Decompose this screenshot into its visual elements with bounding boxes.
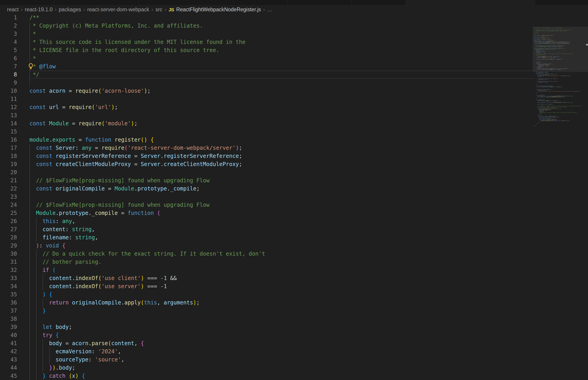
line-number[interactable]: 4 bbox=[0, 38, 17, 46]
code-line[interactable]: 29 ): void { bbox=[0, 242, 588, 250]
line-number[interactable]: 30 bbox=[0, 250, 17, 258]
minimap[interactable]: /** * Copyright (c) Meta Platforms, Inc.… bbox=[533, 27, 588, 167]
code-line[interactable]: 14const Module = require('module'); bbox=[0, 119, 588, 128]
line-number[interactable]: 16 bbox=[0, 136, 17, 144]
code-line[interactable]: 27 content: string, bbox=[0, 225, 588, 233]
line-number[interactable]: 15 bbox=[0, 128, 17, 136]
code-line[interactable]: 43 sourceType: 'source', bbox=[0, 356, 588, 364]
code-line[interactable]: 37 } bbox=[0, 307, 588, 315]
line-number[interactable]: 33 bbox=[0, 274, 17, 282]
line-number[interactable]: 39 bbox=[0, 323, 17, 331]
active-tab[interactable] bbox=[406, 0, 535, 6]
code-line[interactable]: 41 body = acorn.parse(content, { bbox=[0, 339, 588, 347]
code-line[interactable]: 13 bbox=[0, 111, 588, 119]
code-line[interactable]: 12const url = require('url'); bbox=[0, 103, 588, 111]
line-number[interactable]: 42 bbox=[0, 347, 17, 356]
line-number[interactable]: 25 bbox=[0, 209, 17, 217]
code-line[interactable]: 36 return originalCompile.apply(this, ar… bbox=[0, 299, 588, 307]
code-line[interactable]: 1/** bbox=[0, 14, 588, 22]
breadcrumb-item-react-19.1.0[interactable]: react-19.1.0 bbox=[25, 7, 53, 13]
code-line[interactable]: 10const acorn = require('acorn-loose'); bbox=[0, 87, 588, 95]
line-number[interactable]: 26 bbox=[0, 217, 17, 225]
code-line[interactable]: 34 content.indexOf('use server') === -1 bbox=[0, 282, 588, 290]
code-line[interactable]: 11 bbox=[0, 95, 588, 103]
code-line[interactable]: 16module.exports = function register() { bbox=[0, 136, 588, 144]
code-line[interactable]: 39 let body; bbox=[0, 323, 588, 331]
breadcrumb-overflow[interactable]: … bbox=[267, 7, 272, 13]
code-line[interactable]: 8 */ bbox=[0, 71, 588, 79]
line-number[interactable]: 22 bbox=[0, 185, 17, 193]
line-number[interactable]: 18 bbox=[0, 152, 17, 160]
line-number[interactable]: 38 bbox=[0, 315, 17, 323]
line-number[interactable]: 32 bbox=[0, 266, 17, 274]
line-number[interactable]: 44 bbox=[0, 364, 17, 372]
line-number[interactable]: 34 bbox=[0, 282, 17, 290]
line-number[interactable]: 17 bbox=[0, 144, 17, 152]
code-line[interactable]: 32 if ( bbox=[0, 266, 588, 274]
line-number[interactable]: 21 bbox=[0, 176, 17, 185]
line-number[interactable]: 8 bbox=[0, 71, 17, 79]
code-line[interactable]: 25 Module.prototype._compile = function … bbox=[0, 209, 588, 217]
line-number[interactable]: 40 bbox=[0, 331, 17, 339]
line-number[interactable]: 9 bbox=[0, 79, 17, 87]
line-number[interactable]: 20 bbox=[0, 168, 17, 176]
code-line[interactable]: 22 const originalCompile = Module.protot… bbox=[0, 185, 588, 193]
line-number[interactable]: 5 bbox=[0, 46, 17, 54]
code-line[interactable]: 6 * bbox=[0, 54, 588, 62]
line-number[interactable]: 1 bbox=[0, 14, 17, 22]
line-number[interactable]: 23 bbox=[0, 193, 17, 201]
code-line[interactable]: 5 * LICENSE file in the root directory o… bbox=[0, 46, 588, 54]
line-number[interactable]: 37 bbox=[0, 307, 17, 315]
code-line[interactable]: 28 filename: string, bbox=[0, 233, 588, 242]
minimap-slider[interactable] bbox=[533, 27, 588, 72]
code-line[interactable]: 40 try { bbox=[0, 331, 588, 339]
code-line[interactable]: 17 const Server: any = require('react-se… bbox=[0, 144, 588, 152]
code-line[interactable]: 38 bbox=[0, 315, 588, 323]
line-number[interactable]: 11 bbox=[0, 95, 17, 103]
code-line[interactable]: 20 bbox=[0, 168, 588, 176]
line-number[interactable]: 6 bbox=[0, 54, 17, 62]
code-line[interactable]: 15 bbox=[0, 128, 588, 136]
line-number[interactable]: 31 bbox=[0, 258, 17, 266]
line-number[interactable]: 29 bbox=[0, 242, 17, 250]
line-number[interactable]: 45 bbox=[0, 372, 17, 380]
code-line[interactable]: 42 ecmaVersion: '2024', bbox=[0, 347, 588, 356]
editor[interactable]: 1/**2 * Copyright (c) Meta Platforms, In… bbox=[0, 14, 588, 380]
code-line[interactable]: 23 bbox=[0, 193, 588, 201]
line-number[interactable]: 10 bbox=[0, 87, 17, 95]
breadcrumb-item-react-server-dom-webpack[interactable]: react-server-dom-webpack bbox=[87, 7, 149, 13]
lightbulb-icon[interactable] bbox=[28, 63, 34, 70]
line-number[interactable]: 43 bbox=[0, 356, 17, 364]
code-line[interactable]: 30 // Do a quick check for the exact str… bbox=[0, 250, 588, 258]
line-number[interactable]: 27 bbox=[0, 225, 17, 233]
code-line[interactable]: 26 this: any, bbox=[0, 217, 588, 225]
code-line[interactable]: 19 const createClientModuleProxy = Serve… bbox=[0, 160, 588, 168]
code-line[interactable]: 35 ) { bbox=[0, 290, 588, 299]
line-number[interactable]: 28 bbox=[0, 233, 17, 242]
breadcrumb-item-react[interactable]: react bbox=[7, 7, 19, 13]
breadcrumb-item-src[interactable]: src bbox=[155, 7, 162, 13]
code-line[interactable]: 3 * bbox=[0, 30, 588, 38]
line-number[interactable]: 41 bbox=[0, 339, 17, 347]
code-line[interactable]: 24 // $FlowFixMe[prop-missing] found whe… bbox=[0, 201, 588, 209]
line-number[interactable]: 14 bbox=[0, 119, 17, 128]
code-line[interactable]: 18 const registerServerReference = Serve… bbox=[0, 152, 588, 160]
line-number[interactable]: 35 bbox=[0, 290, 17, 299]
code-line[interactable]: 33 content.indexOf('use client') === -1 … bbox=[0, 274, 588, 282]
line-number[interactable]: 24 bbox=[0, 201, 17, 209]
code-line[interactable]: 44 }).body; bbox=[0, 364, 588, 372]
line-number[interactable]: 19 bbox=[0, 160, 17, 168]
line-number[interactable]: 12 bbox=[0, 103, 17, 111]
code-line[interactable]: 4 * This source code is licensed under t… bbox=[0, 38, 588, 46]
code-line[interactable]: 2 * Copyright (c) Meta Platforms, Inc. a… bbox=[0, 22, 588, 30]
code-line[interactable]: 7 * @flow bbox=[0, 62, 588, 71]
breadcrumb-file[interactable]: ReactFlightWebpackNodeRegister.js bbox=[176, 7, 261, 13]
line-number[interactable]: 7 bbox=[0, 62, 17, 71]
code-line[interactable]: 9 bbox=[0, 79, 588, 87]
line-number[interactable]: 3 bbox=[0, 30, 17, 38]
code-line[interactable]: 31 // bother parsing. bbox=[0, 258, 588, 266]
code-line[interactable]: 45 } catch (x) { bbox=[0, 372, 588, 380]
code-line[interactable]: 21 // $FlowFixMe[prop-missing] found whe… bbox=[0, 176, 588, 185]
line-number[interactable]: 36 bbox=[0, 299, 17, 307]
breadcrumb-item-packages[interactable]: packages bbox=[59, 7, 81, 13]
